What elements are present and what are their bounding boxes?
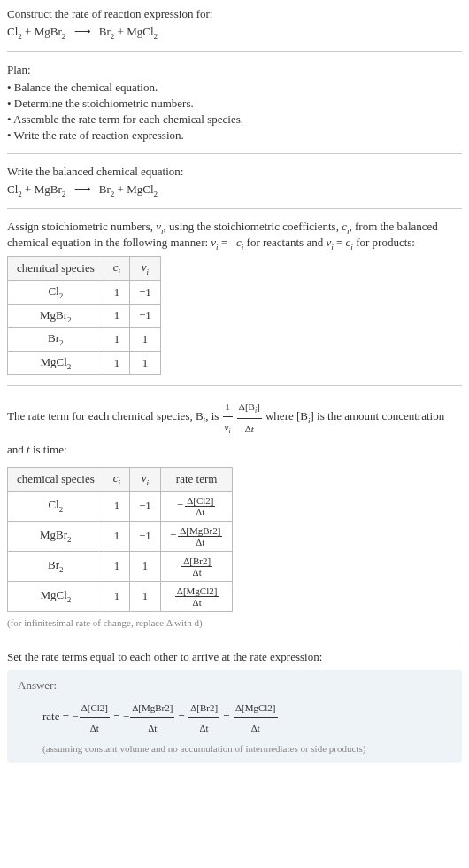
col-ci: ci xyxy=(104,257,129,281)
answer-title: Set the rate terms equal to each other t… xyxy=(7,650,462,664)
fraction: 1νi xyxy=(223,397,233,438)
table-row: MgCl211 xyxy=(8,351,161,375)
stoich-table: chemical species ci νi Cl21−1 MgBr21−1 B… xyxy=(7,256,161,375)
divider xyxy=(7,153,462,154)
plan-item: • Determine the stoichiometric numbers. xyxy=(7,97,462,111)
table-header-row: chemical species ci νi rate term xyxy=(8,467,233,491)
answer-box: Answer: rate = −Δ[Cl2]Δt = −Δ[MgBr2]Δt =… xyxy=(7,670,462,763)
reaction-equation: Cl2 + MgBr2 ⟶ Br2 + MgCl2 xyxy=(7,25,462,41)
plan-item: • Write the rate of reaction expression. xyxy=(7,128,462,143)
table-row: Cl21−1−Δ[Cl2]Δt xyxy=(8,491,233,521)
col-species: chemical species xyxy=(8,467,104,491)
col-nui: νi xyxy=(130,467,161,491)
divider xyxy=(7,208,462,209)
table-row: Br211Δ[Br2]Δt xyxy=(8,551,233,581)
table-row: Br211 xyxy=(8,328,161,352)
species-br2: Br2 xyxy=(99,25,115,38)
plan-item: • Balance the chemical equation. xyxy=(7,81,462,95)
balanced-eq-section: Write the balanced chemical equation: Cl… xyxy=(7,165,462,198)
plan-list: • Balance the chemical equation. • Deter… xyxy=(7,81,462,143)
col-species: chemical species xyxy=(8,257,104,281)
prompt-title: Construct the rate of reaction expressio… xyxy=(7,7,462,21)
plan-item: • Assemble the rate term for each chemic… xyxy=(7,112,462,127)
fraction: Δ[Bi]Δt xyxy=(237,397,262,438)
rate-term-section: The rate term for each chemical species,… xyxy=(7,397,462,627)
table-header-row: chemical species ci νi xyxy=(8,257,161,281)
arrow-icon: ⟶ xyxy=(74,182,91,196)
species-mgcl2: MgCl2 xyxy=(127,25,158,38)
answer-note: (assuming constant volume and no accumul… xyxy=(18,743,451,754)
balanced-eq-title: Write the balanced chemical equation: xyxy=(7,165,462,179)
col-rate-term: rate term xyxy=(160,467,233,491)
table-row: MgBr21−1 xyxy=(8,304,161,328)
table-row: Cl21−1 xyxy=(8,280,161,304)
rate-term-table: chemical species ci νi rate term Cl21−1−… xyxy=(7,467,233,612)
species-mgbr2: MgBr2 xyxy=(35,25,66,38)
rate-note: (for infinitesimal rate of change, repla… xyxy=(7,617,462,628)
table-row: MgBr21−1−Δ[MgBr2]Δt xyxy=(8,521,233,551)
plan-section: Plan: • Balance the chemical equation. •… xyxy=(7,63,462,143)
answer-label: Answer: xyxy=(18,678,451,693)
divider xyxy=(7,639,462,639)
stoich-section: Assign stoichiometric numbers, νi, using… xyxy=(7,220,462,375)
divider xyxy=(7,51,462,52)
rate-term-text: The rate term for each chemical species,… xyxy=(7,397,462,461)
plan-title: Plan: xyxy=(7,63,462,77)
col-nui: νi xyxy=(130,257,161,281)
divider xyxy=(7,385,462,386)
col-ci: ci xyxy=(104,467,129,491)
balanced-equation: Cl2 + MgBr2 ⟶ Br2 + MgCl2 xyxy=(7,182,462,198)
arrow-icon: ⟶ xyxy=(74,25,91,38)
stoich-text: Assign stoichiometric numbers, νi, using… xyxy=(7,220,462,251)
table-row: MgCl211Δ[MgCl2]Δt xyxy=(8,581,233,611)
species-cl2: Cl2 xyxy=(7,25,22,38)
answer-section: Set the rate terms equal to each other t… xyxy=(7,650,462,763)
rate-expression: rate = −Δ[Cl2]Δt = −Δ[MgBr2]Δt = Δ[Br2]Δ… xyxy=(18,698,451,738)
prompt-section: Construct the rate of reaction expressio… xyxy=(7,7,462,41)
